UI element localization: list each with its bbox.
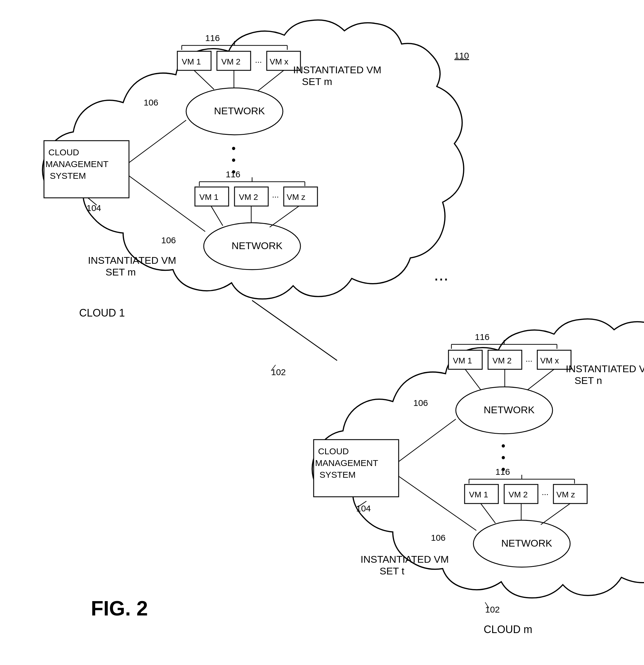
ref-106-bot-cloudm: 106 — [431, 533, 446, 543]
network-bot-cloudm-label: NETWORK — [501, 537, 552, 549]
ref-106-bot-cloud1: 106 — [161, 235, 176, 245]
vmx-top-label: VM x — [270, 57, 288, 66]
horiz-dots-middle: ··· — [434, 268, 449, 288]
cloud1-label: CLOUD 1 — [79, 307, 125, 319]
vm2-top-cloudm-label: VM 2 — [492, 356, 512, 365]
vert-dots-cloudm: • — [501, 439, 505, 452]
svg-line-38 — [528, 369, 554, 390]
svg-line-50 — [481, 504, 495, 523]
network-bot-cloud1-label: NETWORK — [231, 240, 283, 251]
ref-102-conn: 102 — [271, 367, 286, 377]
svg-line-36 — [465, 369, 481, 390]
inst-vm-set-t-label2: SET t — [380, 565, 404, 576]
svg-line-13 — [129, 120, 186, 163]
inst-vm-set-n-label: INSTANTIATED VM — [566, 363, 644, 374]
vm1-top-cloudm-label: VM 1 — [453, 356, 472, 365]
cloudm-label: CLOUD m — [484, 623, 532, 635]
cms-cloud1-line1: CLOUD — [49, 147, 79, 157]
inst-vm-set-m-top-label: INSTANTIATED VM — [293, 64, 381, 75]
vm1-top-label: VM 1 — [182, 57, 201, 66]
dots-bot-cloudm: ··· — [542, 490, 548, 498]
ref-116-top-cloudm: 116 — [475, 332, 490, 342]
vm1-bot-cloud1-label: VM 1 — [199, 193, 219, 202]
dots-top-cloudm: ··· — [526, 356, 532, 365]
cms-cloudm-line2: MANAGEMENT — [315, 458, 378, 468]
ref-116-top: 116 — [205, 33, 220, 43]
cms-cloud1-line2: MANAGEMENT — [45, 159, 109, 169]
fig-label: FIG. 2 — [91, 597, 148, 620]
svg-line-26 — [252, 300, 337, 360]
inst-vm-set-t-label: INSTANTIATED VM — [361, 554, 449, 565]
svg-line-24 — [270, 206, 299, 227]
diagram-container: 110 116 VM 1 VM 2 ··· VM x INSTANTIATED … — [0, 0, 644, 665]
inst-vm-set-m-top-label2: SET m — [302, 76, 332, 87]
ref-104-cloudm: 104 — [356, 504, 371, 513]
network-top-cloudm-label: NETWORK — [484, 404, 535, 415]
inst-vm-set-m-bot-label2: SET m — [106, 266, 136, 278]
vmx-top-cloudm-label: VM x — [540, 356, 559, 365]
svg-line-22 — [211, 206, 223, 226]
ref-104-cloud1: 104 — [87, 203, 101, 213]
svg-line-10 — [258, 70, 284, 91]
cms-cloudm-line3: SYSTEM — [320, 470, 356, 479]
vm2-bot-cloud1-label: VM 2 — [239, 193, 258, 202]
vert-dots-cloudm-2: • — [501, 451, 505, 464]
svg-line-8 — [194, 70, 214, 89]
svg-line-25 — [129, 176, 205, 231]
vmz-bot-cloud1-label: VM z — [287, 193, 305, 202]
ref-106-top-cloudm: 106 — [413, 398, 428, 408]
dots-top: ··· — [255, 57, 262, 66]
vm2-bot-cloudm-label: VM 2 — [509, 490, 528, 499]
inst-vm-set-n-label2: SET n — [574, 375, 602, 386]
vert-dots-cloud1-2: • — [231, 154, 236, 167]
cms-cloudm-line1: CLOUD — [318, 446, 349, 456]
vert-dots-cloud1: • — [231, 142, 236, 155]
vm2-top-label: VM 2 — [221, 57, 240, 66]
vm1-bot-cloudm-label: VM 1 — [469, 490, 488, 499]
dots-bot-cloud1: ··· — [272, 192, 279, 201]
ref-116-bot-cloudm: 116 — [495, 467, 510, 477]
vmz-bot-cloudm-label: VM z — [556, 490, 575, 499]
svg-line-41 — [399, 419, 456, 462]
network-top-label: NETWORK — [214, 105, 265, 116]
cms-cloud1-line3: SYSTEM — [50, 171, 86, 180]
inst-vm-set-m-bot-label: INSTANTIATED VM — [88, 255, 176, 266]
ref-110: 110 — [454, 51, 469, 60]
ref-106-top: 106 — [144, 98, 158, 107]
ref-116-bottom-cloud1: 116 — [226, 169, 240, 179]
svg-line-52 — [541, 504, 570, 525]
